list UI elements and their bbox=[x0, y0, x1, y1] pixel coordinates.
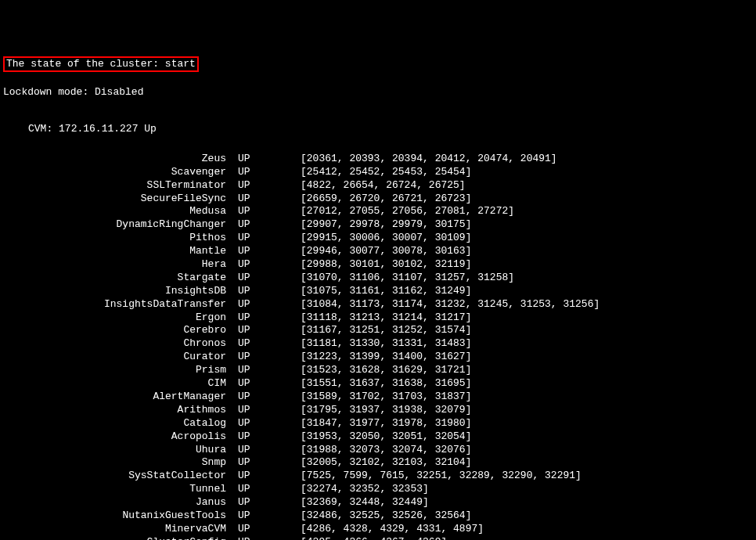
service-status: UP bbox=[238, 536, 301, 540]
service-name: Arithmos bbox=[3, 404, 238, 417]
service-row: StargateUP[31070, 31106, 31107, 31257, 3… bbox=[3, 272, 753, 285]
service-row: ArithmosUP[31795, 31937, 31938, 32079] bbox=[3, 404, 753, 417]
service-pids: [29915, 30006, 30007, 30109] bbox=[301, 232, 753, 245]
service-status: UP bbox=[238, 496, 301, 509]
service-name: Mantle bbox=[3, 245, 238, 258]
service-status: UP bbox=[238, 523, 301, 536]
service-row: JanusUP[32369, 32448, 32449] bbox=[3, 496, 753, 509]
service-status: UP bbox=[238, 298, 301, 311]
service-name: Acropolis bbox=[3, 430, 238, 444]
service-pids: [31070, 31106, 31107, 31257, 31258] bbox=[301, 272, 753, 285]
service-status: UP bbox=[238, 456, 301, 470]
service-status: UP bbox=[238, 377, 301, 391]
service-name: Pithos bbox=[3, 232, 238, 245]
service-name: AlertManager bbox=[3, 391, 238, 404]
service-status: UP bbox=[238, 153, 301, 166]
service-status: UP bbox=[238, 430, 301, 444]
service-status: UP bbox=[238, 311, 301, 325]
service-status: UP bbox=[238, 232, 301, 245]
service-name: ClusterConfig bbox=[3, 536, 238, 540]
service-status: UP bbox=[238, 483, 301, 496]
service-row: AlertManagerUP[31589, 31702, 31703, 3183… bbox=[3, 391, 753, 404]
service-pids: [29907, 29978, 29979, 30175] bbox=[301, 218, 753, 232]
service-status: UP bbox=[238, 364, 301, 377]
service-status: UP bbox=[238, 166, 301, 179]
service-pids: [29988, 30101, 30102, 32119] bbox=[301, 258, 753, 272]
service-pids: [25412, 25452, 25453, 25454] bbox=[301, 166, 753, 179]
service-pids: [31847, 31977, 31978, 31980] bbox=[301, 417, 753, 430]
service-name: Stargate bbox=[3, 272, 238, 285]
service-row: InsightsDataTransferUP[31084, 31173, 311… bbox=[3, 298, 753, 311]
service-pids: [31795, 31937, 31938, 32079] bbox=[301, 404, 753, 417]
service-row: SysStatCollectorUP[7525, 7599, 7615, 322… bbox=[3, 470, 753, 483]
service-name: Snmp bbox=[3, 456, 238, 470]
service-pids: [26659, 26720, 26721, 26723] bbox=[301, 193, 753, 206]
service-row: AcropolisUP[31953, 32050, 32051, 32054] bbox=[3, 430, 753, 444]
service-name: Catalog bbox=[3, 417, 238, 430]
service-pids: [27012, 27055, 27056, 27081, 27272] bbox=[301, 205, 753, 218]
service-name: SecureFileSync bbox=[3, 193, 238, 206]
service-name: NutanixGuestTools bbox=[3, 509, 238, 523]
service-name: Curator bbox=[3, 351, 238, 364]
service-row: CIMUP[31551, 31637, 31638, 31695] bbox=[3, 377, 753, 391]
lockdown-line: Lockdown mode: Disabled bbox=[3, 86, 753, 99]
service-name: Medusa bbox=[3, 205, 238, 218]
service-name: MinervaCVM bbox=[3, 523, 238, 536]
service-row: TunnelUP[32274, 32352, 32353] bbox=[3, 483, 753, 496]
cvm-info: CVM: 172.16.11.227 Up bbox=[3, 123, 753, 136]
service-pids: [4822, 26654, 26724, 26725] bbox=[301, 179, 753, 193]
service-status: UP bbox=[238, 324, 301, 337]
service-row: MedusaUP[27012, 27055, 27056, 27081, 272… bbox=[3, 205, 753, 218]
service-row: NutanixGuestToolsUP[32486, 32525, 32526,… bbox=[3, 509, 753, 523]
service-status: UP bbox=[238, 337, 301, 351]
service-pids: [31953, 32050, 32051, 32054] bbox=[301, 430, 753, 444]
service-name: Hera bbox=[3, 258, 238, 272]
service-status: UP bbox=[238, 444, 301, 457]
service-pids: [31988, 32073, 32074, 32076] bbox=[301, 444, 753, 457]
cluster-state-line: The state of the cluster: start bbox=[3, 56, 199, 73]
service-row: CatalogUP[31847, 31977, 31978, 31980] bbox=[3, 417, 753, 430]
service-name: Prism bbox=[3, 364, 238, 377]
service-status: UP bbox=[238, 245, 301, 258]
service-status: UP bbox=[238, 509, 301, 523]
service-name: Chronos bbox=[3, 337, 238, 351]
service-status: UP bbox=[238, 417, 301, 430]
service-row: ErgonUP[31118, 31213, 31214, 31217] bbox=[3, 311, 753, 325]
service-status: UP bbox=[238, 258, 301, 272]
service-pids: [31181, 31330, 31331, 31483] bbox=[301, 337, 753, 351]
service-row: CuratorUP[31223, 31399, 31400, 31627] bbox=[3, 351, 753, 364]
service-row: PithosUP[29915, 30006, 30007, 30109] bbox=[3, 232, 753, 245]
service-pids: [31551, 31637, 31638, 31695] bbox=[301, 377, 753, 391]
service-name: SSLTerminator bbox=[3, 179, 238, 193]
service-pids: [29946, 30077, 30078, 30163] bbox=[301, 245, 753, 258]
service-pids: [31589, 31702, 31703, 31837] bbox=[301, 391, 753, 404]
service-pids: [32274, 32352, 32353] bbox=[301, 483, 753, 496]
service-row: SnmpUP[32005, 32102, 32103, 32104] bbox=[3, 456, 753, 470]
service-status: UP bbox=[238, 272, 301, 285]
service-status: UP bbox=[238, 404, 301, 417]
service-pids: [31167, 31251, 31252, 31574] bbox=[301, 324, 753, 337]
service-row: SecureFileSyncUP[26659, 26720, 26721, 26… bbox=[3, 193, 753, 206]
service-name: Zeus bbox=[3, 153, 238, 166]
service-row: ClusterConfigUP[4295, 4366, 4367, 4369] bbox=[3, 536, 753, 540]
service-status: UP bbox=[238, 193, 301, 206]
service-name: Ergon bbox=[3, 311, 238, 325]
service-name: Janus bbox=[3, 496, 238, 509]
service-pids: [32486, 32525, 32526, 32564] bbox=[301, 509, 753, 523]
services-list: ZeusUP[20361, 20393, 20394, 20412, 20474… bbox=[3, 153, 753, 540]
service-row: MantleUP[29946, 30077, 30078, 30163] bbox=[3, 245, 753, 258]
service-pids: [31118, 31213, 31214, 31217] bbox=[301, 311, 753, 325]
service-status: UP bbox=[238, 179, 301, 193]
service-row: SSLTerminatorUP[4822, 26654, 26724, 2672… bbox=[3, 179, 753, 193]
service-pids: [32005, 32102, 32103, 32104] bbox=[301, 456, 753, 470]
service-name: InsightsDataTransfer bbox=[3, 298, 238, 311]
service-row: UhuraUP[31988, 32073, 32074, 32076] bbox=[3, 444, 753, 457]
service-name: DynamicRingChanger bbox=[3, 218, 238, 232]
service-name: InsightsDB bbox=[3, 285, 238, 298]
service-name: SysStatCollector bbox=[3, 470, 238, 483]
service-pids: [4295, 4366, 4367, 4369] bbox=[301, 536, 753, 540]
service-row: CerebroUP[31167, 31251, 31252, 31574] bbox=[3, 324, 753, 337]
service-pids: [20361, 20393, 20394, 20412, 20474, 2049… bbox=[301, 153, 753, 166]
service-pids: [32369, 32448, 32449] bbox=[301, 496, 753, 509]
service-row: ZeusUP[20361, 20393, 20394, 20412, 20474… bbox=[3, 153, 753, 166]
